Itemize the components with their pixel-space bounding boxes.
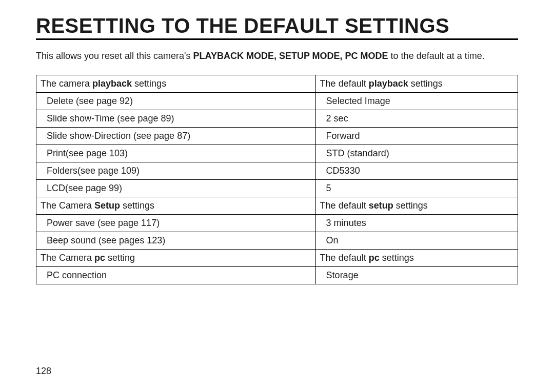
cell-text: The default setup settings bbox=[320, 200, 428, 211]
table-row: LCD(see page 99)5 bbox=[36, 179, 518, 197]
cell-text: Folders(see page 109) bbox=[41, 166, 140, 176]
cell-text-pre: The Camera bbox=[41, 253, 94, 263]
setting-name-cell: Power save (see page 117) bbox=[36, 214, 316, 232]
cell-text-pre: On bbox=[326, 235, 339, 245]
cell-text-pre: 3 minutes bbox=[326, 218, 366, 228]
setting-name-cell: Folders(see page 109) bbox=[36, 162, 316, 179]
cell-text: Print(see page 103) bbox=[41, 148, 128, 159]
cell-text-pre: The camera bbox=[41, 78, 92, 89]
default-value-cell: The default playback settings bbox=[315, 75, 518, 92]
cell-text-pre: 5 bbox=[326, 183, 331, 193]
cell-text-pre: Delete (see page 92) bbox=[47, 96, 133, 106]
cell-text-pre: Forward bbox=[326, 131, 360, 141]
cell-text-pre: Folders(see page 109) bbox=[47, 166, 140, 176]
cell-text-bold: playback bbox=[92, 78, 132, 89]
cell-text: 5 bbox=[320, 183, 331, 194]
cell-text: 3 minutes bbox=[320, 218, 366, 229]
cell-text: STD (standard) bbox=[320, 148, 389, 159]
cell-text-pre: Print(see page 103) bbox=[47, 148, 128, 158]
cell-text: 2 sec bbox=[320, 113, 348, 124]
default-value-cell: CD5330 bbox=[315, 162, 518, 179]
table-row: The Camera pc settingThe default pc sett… bbox=[36, 249, 518, 266]
cell-text: Storage bbox=[320, 270, 359, 281]
intro-pre: This allows you reset all this camera's bbox=[36, 51, 193, 61]
cell-text-pre: CD5330 bbox=[326, 166, 360, 176]
cell-text-pre: Beep sound (see pages 123) bbox=[47, 235, 165, 245]
cell-text-pre: Selected Image bbox=[326, 96, 390, 106]
setting-name-cell: Print(see page 103) bbox=[36, 145, 316, 162]
cell-text: The default pc settings bbox=[320, 253, 414, 263]
setting-name-cell: Beep sound (see pages 123) bbox=[36, 232, 316, 249]
cell-text-pre: The default bbox=[320, 253, 369, 263]
setting-name-cell: The Camera Setup settings bbox=[36, 197, 316, 214]
cell-text: On bbox=[320, 235, 339, 246]
settings-table: The camera playback settingsThe default … bbox=[36, 75, 518, 284]
cell-text-bold: pc bbox=[369, 253, 380, 263]
table-row: The camera playback settingsThe default … bbox=[36, 75, 518, 92]
cell-text-pre: LCD(see page 99) bbox=[47, 183, 122, 193]
cell-text: The camera playback settings bbox=[41, 78, 166, 89]
cell-text-bold: pc bbox=[94, 253, 105, 263]
cell-text-post: settings bbox=[380, 253, 414, 263]
default-value-cell: 3 minutes bbox=[315, 214, 518, 232]
page-number: 128 bbox=[36, 366, 51, 377]
cell-text-post: settings bbox=[120, 200, 154, 211]
cell-text-bold: Setup bbox=[94, 200, 120, 211]
cell-text: Slide show-Direction (see page 87) bbox=[41, 131, 190, 141]
table-row: Print(see page 103)STD (standard) bbox=[36, 145, 518, 162]
cell-text-pre: Slide show-Time (see page 89) bbox=[47, 113, 174, 123]
default-value-cell: Storage bbox=[315, 266, 518, 284]
intro-post: to the default at a time. bbox=[388, 51, 485, 61]
cell-text-pre: The Camera bbox=[41, 200, 94, 211]
cell-text-pre: STD (standard) bbox=[326, 148, 389, 158]
cell-text-pre: The default bbox=[320, 78, 369, 89]
cell-text: Slide show-Time (see page 89) bbox=[41, 113, 174, 124]
cell-text-pre: The default bbox=[320, 200, 369, 211]
table-row: Power save (see page 117)3 minutes bbox=[36, 214, 518, 232]
default-value-cell: The default pc settings bbox=[315, 249, 518, 266]
cell-text: CD5330 bbox=[320, 166, 360, 176]
intro-bold: PLAYBACK MODE, SETUP MODE, PC MODE bbox=[193, 51, 388, 61]
table-row: Folders(see page 109)CD5330 bbox=[36, 162, 518, 179]
intro-text: This allows you reset all this camera's … bbox=[36, 49, 518, 64]
page-title: RESETTING TO THE DEFAULT SETTINGS bbox=[36, 14, 518, 40]
cell-text: PC connection bbox=[41, 270, 107, 281]
setting-name-cell: PC connection bbox=[36, 266, 316, 284]
default-value-cell: The default setup settings bbox=[315, 197, 518, 214]
cell-text: The Camera Setup settings bbox=[41, 200, 154, 211]
cell-text: LCD(see page 99) bbox=[41, 183, 122, 194]
cell-text: Power save (see page 117) bbox=[41, 218, 160, 229]
default-value-cell: On bbox=[315, 232, 518, 249]
setting-name-cell: Slide show-Time (see page 89) bbox=[36, 110, 316, 127]
cell-text-pre: Storage bbox=[326, 270, 359, 280]
table-row: Delete (see page 92)Selected Image bbox=[36, 92, 518, 110]
cell-text-pre: 2 sec bbox=[326, 113, 348, 123]
cell-text: The Camera pc setting bbox=[41, 253, 135, 263]
cell-text-pre: Slide show-Direction (see page 87) bbox=[47, 131, 190, 141]
table-row: Slide show-Direction (see page 87)Forwar… bbox=[36, 127, 518, 145]
table-row: Beep sound (see pages 123)On bbox=[36, 232, 518, 249]
table-row: Slide show-Time (see page 89)2 sec bbox=[36, 110, 518, 127]
table-row: PC connectionStorage bbox=[36, 266, 518, 284]
default-value-cell: Selected Image bbox=[315, 92, 518, 110]
cell-text: Delete (see page 92) bbox=[41, 96, 133, 107]
cell-text-post: settings bbox=[393, 200, 428, 211]
setting-name-cell: Slide show-Direction (see page 87) bbox=[36, 127, 316, 145]
cell-text: Forward bbox=[320, 131, 360, 141]
cell-text: Beep sound (see pages 123) bbox=[41, 235, 165, 246]
setting-name-cell: The camera playback settings bbox=[36, 75, 316, 92]
default-value-cell: 2 sec bbox=[315, 110, 518, 127]
setting-name-cell: LCD(see page 99) bbox=[36, 179, 316, 197]
cell-text-bold: playback bbox=[369, 78, 408, 89]
cell-text: The default playback settings bbox=[320, 78, 443, 89]
cell-text-post: settings bbox=[132, 78, 166, 89]
cell-text-pre: Power save (see page 117) bbox=[47, 218, 160, 228]
cell-text-post: setting bbox=[105, 253, 135, 263]
setting-name-cell: Delete (see page 92) bbox=[36, 92, 316, 110]
cell-text-pre: PC connection bbox=[47, 270, 107, 280]
default-value-cell: Forward bbox=[315, 127, 518, 145]
setting-name-cell: The Camera pc setting bbox=[36, 249, 316, 266]
cell-text-post: settings bbox=[408, 78, 443, 89]
default-value-cell: STD (standard) bbox=[315, 145, 518, 162]
default-value-cell: 5 bbox=[315, 179, 518, 197]
